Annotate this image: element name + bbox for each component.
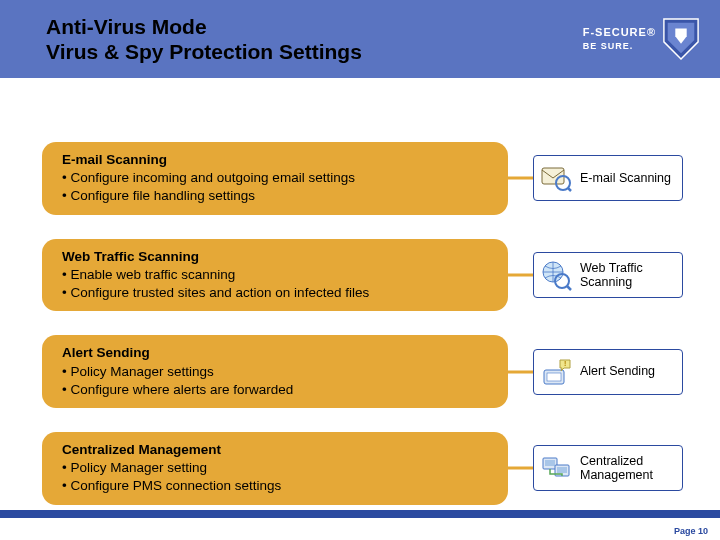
footer-band (0, 510, 720, 518)
svg-rect-7 (547, 373, 561, 381)
title-line-2: Virus & Spy Protection Settings (46, 39, 362, 64)
card-heading: E-mail Scanning (62, 151, 492, 169)
panel-label: E-mail Scanning (580, 171, 671, 185)
card-bullet: • Configure file handling settings (62, 187, 492, 205)
svg-rect-12 (557, 467, 567, 473)
page-number: Page 10 (674, 526, 708, 536)
card-email-scanning: E-mail Scanning • Configure incoming and… (42, 142, 508, 215)
card-heading: Alert Sending (62, 344, 492, 362)
svg-line-5 (567, 286, 571, 290)
central-mgmt-icon (540, 452, 572, 484)
card-web-traffic-scanning: Web Traffic Scanning • Enable web traffi… (42, 239, 508, 312)
card-heading: Centralized Management (62, 441, 492, 459)
content-area: E-mail Scanning • Configure incoming and… (0, 78, 720, 505)
card-bullet: • Configure PMS connection settings (62, 477, 492, 495)
card-bullet: • Configure where alerts are forwarded (62, 381, 492, 399)
panel-label: Web Traffic Scanning (580, 261, 676, 290)
card-bullet: • Configure incoming and outgoing email … (62, 169, 492, 187)
section-web-traffic-scanning: Web Traffic Scanning • Enable web traffi… (0, 239, 720, 312)
svg-rect-10 (545, 460, 555, 466)
slide-header: Anti-Virus Mode Virus & Spy Protection S… (0, 0, 720, 78)
web-scan-icon (540, 259, 572, 291)
section-alert-sending: Alert Sending • Policy Manager settings … (0, 335, 720, 408)
brand-logo-icon (662, 17, 700, 61)
panel-email-scanning[interactable]: E-mail Scanning (533, 155, 683, 201)
connector-line (505, 467, 535, 470)
page-title: Anti-Virus Mode Virus & Spy Protection S… (46, 14, 362, 64)
card-alert-sending: Alert Sending • Policy Manager settings … (42, 335, 508, 408)
connector-line (505, 370, 535, 373)
card-bullet: • Policy Manager setting (62, 459, 492, 477)
title-line-1: Anti-Virus Mode (46, 14, 362, 39)
card-bullet: • Policy Manager settings (62, 363, 492, 381)
card-bullet: • Enable web traffic scanning (62, 266, 492, 284)
email-scan-icon (540, 162, 572, 194)
card-bullet: • Configure trusted sites and action on … (62, 284, 492, 302)
section-centralized-management: Centralized Management • Policy Manager … (0, 432, 720, 505)
connector-line (505, 177, 535, 180)
card-centralized-management: Centralized Management • Policy Manager … (42, 432, 508, 505)
connector-line (505, 273, 535, 276)
brand-text: F-SECURE® BE SURE. (583, 26, 656, 52)
brand-registered: ® (647, 26, 656, 38)
section-email-scanning: E-mail Scanning • Configure incoming and… (0, 142, 720, 215)
svg-text:!: ! (564, 360, 566, 367)
card-heading: Web Traffic Scanning (62, 248, 492, 266)
panel-label: Alert Sending (580, 364, 655, 378)
brand-name: F-SECURE (583, 26, 647, 38)
panel-centralized-management[interactable]: Centralized Management (533, 445, 683, 491)
panel-label: Centralized Management (580, 454, 676, 483)
svg-line-2 (568, 188, 571, 191)
brand-block: F-SECURE® BE SURE. (583, 17, 700, 61)
brand-tagline: BE SURE. (583, 41, 656, 52)
alert-icon: ! (540, 356, 572, 388)
panel-alert-sending[interactable]: ! Alert Sending (533, 349, 683, 395)
panel-web-traffic-scanning[interactable]: Web Traffic Scanning (533, 252, 683, 298)
